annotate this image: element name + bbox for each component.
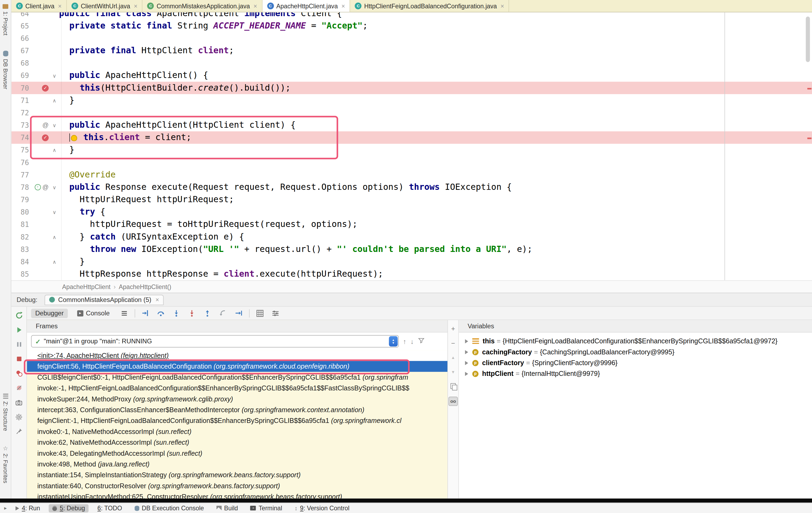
tab-close-icon[interactable]	[58, 2, 62, 10]
line-number[interactable]: 74	[11, 133, 29, 142]
code-line[interactable]: 85 HttpResponse httpResponse = client.ex…	[11, 268, 812, 280]
force-step-into-icon[interactable]	[187, 308, 197, 318]
statusbar-item-db-execution-console[interactable]: DB Execution Console	[131, 504, 208, 512]
fold-marker-icon[interactable]: ∧	[50, 147, 59, 153]
tab-close-icon[interactable]	[134, 2, 138, 10]
fold-marker-icon[interactable]: ∧	[50, 97, 59, 103]
expand-chevron-icon[interactable]	[465, 350, 468, 354]
line-number[interactable]: 68	[11, 59, 29, 67]
breakpoint-icon[interactable]: ✓	[42, 134, 49, 141]
fold-marker-icon[interactable]: ∨	[50, 122, 59, 128]
breadcrumb-item-class[interactable]: ApacheHttpClient	[62, 283, 111, 290]
variable-row-clientfactory[interactable]: pclientFactory={SpringClientFactory@9996…	[459, 357, 812, 368]
frame-row[interactable]: instantiateUsingFactoryMethod:625, Const…	[27, 491, 447, 498]
view-breakpoints-icon[interactable]	[14, 369, 24, 378]
frame-row[interactable]: CGLIB$feignClient$0:-1, HttpClientFeignL…	[27, 372, 447, 382]
add-watch-icon[interactable]	[449, 324, 457, 333]
expand-chevron-icon[interactable]	[465, 372, 468, 376]
frame-row[interactable]: invoke0:-1, NativeMethodAccessorImpl (su…	[27, 426, 447, 437]
line-number[interactable]: 80	[11, 208, 29, 216]
layout-settings-icon[interactable]	[270, 308, 281, 318]
stripe-item-db-browser[interactable]: DB Browser	[2, 51, 9, 89]
pause-icon[interactable]	[14, 340, 24, 349]
code-editor[interactable]: 64public final class ApacheHttpClient im…	[11, 12, 812, 280]
statusbar-item-5-debug[interactable]: 5: Debug	[49, 504, 89, 512]
frame-row[interactable]: invokeSuper:244, MethodProxy (org.spring…	[27, 394, 447, 404]
statusbar-item-terminal[interactable]: Terminal	[247, 504, 286, 512]
variable-row-httpclient[interactable]: phttpClient={InternalHttpClient@9979}	[459, 368, 812, 379]
frame-row[interactable]: intercept:363, ConfigurationClassEnhance…	[27, 404, 447, 415]
code-line[interactable]: 72	[11, 107, 812, 119]
code-line[interactable]: 69∨ public ApacheHttpClient() {	[11, 69, 812, 82]
frame-row[interactable]: feignClient:-1, HttpClientFeignLoadBalan…	[27, 415, 447, 426]
code-line[interactable]: 79 HttpUriRequest httpUriRequest;	[11, 193, 812, 206]
thread-selector-stepper[interactable]: ▲▼	[389, 336, 398, 346]
code-line[interactable]: 83 throw new IOException("URL '" + reque…	[11, 243, 812, 255]
expand-chevron-icon[interactable]	[465, 339, 468, 343]
code-line[interactable]: 64public final class ApacheHttpClient im…	[11, 12, 812, 20]
breakpoint-icon[interactable]: ✓	[42, 84, 49, 91]
run-to-cursor-icon[interactable]	[233, 308, 244, 318]
remove-watch-icon[interactable]	[449, 339, 457, 347]
editor-tab-apachehttpclient-java[interactable]: CApacheHttpClient.java	[262, 0, 350, 12]
code-line[interactable]: 68	[11, 57, 812, 69]
fold-marker-icon[interactable]: ∨	[50, 73, 59, 78]
debug-session-tab[interactable]: CommonMistakesApplication (5)	[45, 294, 164, 305]
pin-icon[interactable]	[14, 427, 24, 436]
variable-row-cachingfactory[interactable]: pcachingFactory={CachingSpringLoadBalanc…	[459, 347, 812, 357]
tab-debugger[interactable]: Debugger	[31, 308, 68, 318]
fold-marker-icon[interactable]: ∧	[50, 259, 59, 264]
error-stripe-breakpoint-mark[interactable]	[807, 138, 811, 139]
fold-marker-icon[interactable]: ∨	[50, 209, 59, 215]
statusbar-expander-icon[interactable]	[4, 505, 7, 511]
evaluate-expression-icon[interactable]	[255, 308, 265, 318]
line-number[interactable]: 85	[11, 270, 29, 278]
code-line[interactable]: 74✓ this.client = client;	[11, 132, 812, 144]
line-number[interactable]: 77	[11, 171, 29, 179]
tab-close-icon[interactable]	[254, 2, 257, 10]
line-number[interactable]: 73	[11, 121, 29, 129]
mute-breakpoints-icon[interactable]	[14, 383, 24, 393]
line-number[interactable]: 64	[11, 12, 29, 18]
statusbar-item-4-run[interactable]: 4: Run	[12, 504, 44, 512]
duplicate-watch-icon[interactable]	[449, 382, 457, 390]
step-out-icon[interactable]	[202, 308, 213, 318]
statusbar-item-9-version-control[interactable]: 9: Version Control	[291, 504, 353, 512]
intention-bulb-icon[interactable]	[71, 135, 77, 141]
tab-close-icon[interactable]	[342, 2, 345, 10]
variable-row-this[interactable]: this={HttpClientFeignLoadBalancedConfigu…	[459, 336, 812, 346]
code-line[interactable]: 67 private final HttpClient client;	[11, 45, 812, 57]
show-watches-icon[interactable]	[448, 397, 458, 406]
statusbar-item-6-todo[interactable]: 6: TODO	[94, 504, 126, 512]
line-number[interactable]: 65	[11, 22, 29, 30]
step-over-icon[interactable]	[156, 308, 166, 318]
breadcrumb-item-method[interactable]: ApacheHttpClient()	[119, 283, 171, 290]
editor-tab-httpclientfeignloadbalancedconfiguration-java[interactable]: CHttpClientFeignLoadBalancedConfiguratio…	[350, 0, 510, 12]
settings-gear-icon[interactable]	[14, 412, 24, 422]
line-number[interactable]: 78	[11, 183, 29, 192]
line-number[interactable]: 67	[11, 47, 29, 55]
code-line[interactable]: 65 private static final String ACCEPT_HE…	[11, 20, 812, 32]
thread-dump-camera-icon[interactable]	[14, 398, 24, 407]
code-line[interactable]: 81 httpUriRequest = toHttpUriRequest(req…	[11, 218, 812, 231]
line-number[interactable]: 69	[11, 71, 29, 80]
code-line[interactable]: 73@∨ public ApacheHttpClient(HttpClient …	[11, 119, 812, 131]
code-line[interactable]: 80∨ try {	[11, 206, 812, 218]
code-line[interactable]: 84∧ }	[11, 255, 812, 268]
tab-close-icon[interactable]	[155, 296, 159, 303]
frame-row[interactable]: invoke:-1, HttpClientFeignLoadBalancedCo…	[27, 382, 447, 393]
code-line[interactable]: 75∧ }	[11, 144, 812, 156]
expand-chevron-icon[interactable]	[465, 361, 468, 365]
code-line[interactable]: 77 @Override	[11, 169, 812, 181]
editor-tab-clientwithurl-java[interactable]: CClientWithUrl.java	[67, 0, 143, 12]
code-line[interactable]: 78↑@∨ public Response execute(Request re…	[11, 181, 812, 193]
implementing-method-icon[interactable]: ↑	[35, 184, 41, 190]
code-line[interactable]: 66	[11, 32, 812, 45]
code-line[interactable]: 76	[11, 156, 812, 169]
code-line[interactable]: 82∧ } catch (URISyntaxException e) {	[11, 231, 812, 243]
menu-icon[interactable]	[119, 308, 129, 318]
filter-frames-icon[interactable]	[418, 337, 425, 345]
code-line[interactable]: 70✓ this(HttpClientBuilder.create().buil…	[11, 82, 812, 94]
line-number[interactable]: 79	[11, 196, 29, 204]
line-number[interactable]: 71	[11, 96, 29, 105]
